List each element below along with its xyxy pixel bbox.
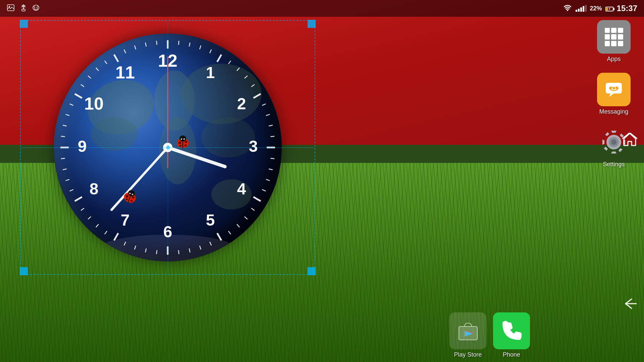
svg-text:7: 7 [121, 211, 130, 229]
svg-point-98 [184, 144, 186, 146]
svg-line-64 [61, 158, 65, 159]
wifi-icon [563, 4, 572, 13]
usb-icon [20, 4, 27, 13]
back-button[interactable] [622, 297, 637, 313]
svg-point-112 [612, 87, 615, 89]
svg-point-8 [37, 7, 38, 8]
bottom-dock: Play Store Phone [20, 308, 540, 362]
home-button[interactable] [622, 133, 637, 149]
svg-line-75 [114, 55, 118, 62]
svg-line-54 [124, 242, 126, 245]
status-time: 15:37 [617, 4, 637, 13]
svg-line-58 [88, 217, 91, 219]
svg-line-41 [251, 208, 255, 210]
svg-line-70 [75, 94, 82, 98]
minute-hand [112, 147, 168, 210]
svg-text:3: 3 [249, 137, 258, 155]
svg-line-25 [217, 55, 222, 62]
svg-line-40 [253, 197, 261, 201]
back-icon [622, 297, 637, 310]
svg-line-33 [269, 125, 273, 126]
signal-bars-icon [576, 5, 587, 12]
svg-line-52 [145, 248, 146, 252]
svg-point-97 [179, 145, 181, 147]
globe-clock: (() => { const svg = document.currentScr… [54, 34, 282, 261]
svg-line-37 [269, 169, 273, 170]
status-bar: 22% ⚡ 15:37 [0, 0, 644, 17]
svg-line-53 [135, 246, 136, 249]
hour-hand [168, 147, 225, 167]
svg-line-36 [270, 158, 274, 159]
svg-line-51 [157, 250, 157, 254]
svg-text:5: 5 [206, 211, 215, 229]
svg-line-63 [63, 169, 67, 170]
clock-widget[interactable]: (() => { const svg = document.currentScr… [20, 20, 315, 275]
svg-line-39 [262, 189, 266, 191]
svg-line-26 [228, 61, 231, 64]
svg-line-27 [237, 68, 239, 71]
svg-line-42 [245, 217, 248, 219]
svg-text:4: 4 [237, 180, 246, 198]
svg-line-43 [237, 224, 239, 227]
svg-line-24 [210, 50, 211, 53]
svg-line-79 [157, 41, 157, 45]
svg-line-9 [34, 6, 35, 7]
svg-line-73 [96, 68, 99, 71]
svg-line-68 [66, 114, 69, 116]
svg-line-32 [266, 114, 270, 116]
svg-text:2: 2 [237, 95, 246, 113]
svg-line-60 [75, 197, 82, 201]
svg-point-115 [615, 86, 618, 88]
svg-line-48 [189, 248, 190, 252]
svg-line-23 [200, 46, 201, 49]
clock-center-dot [163, 143, 172, 152]
battery-icon: ⚡ [605, 5, 613, 12]
svg-line-46 [210, 242, 211, 245]
play-store-icon [457, 320, 479, 342]
phone-item[interactable]: Phone [493, 312, 530, 358]
svg-line-28 [245, 76, 248, 78]
svg-point-99 [181, 138, 182, 140]
svg-line-69 [70, 104, 73, 106]
svg-line-31 [262, 104, 266, 106]
svg-line-62 [66, 179, 69, 181]
svg-point-96 [185, 141, 187, 143]
svg-line-78 [145, 43, 146, 47]
svg-line-72 [88, 76, 91, 78]
svg-point-95 [178, 141, 181, 144]
svg-line-10 [37, 6, 38, 7]
gallery-icon [7, 4, 15, 13]
svg-line-55 [114, 233, 118, 240]
home-icon [622, 133, 637, 146]
svg-line-45 [217, 233, 222, 240]
svg-line-66 [61, 136, 65, 137]
svg-line-38 [266, 179, 270, 181]
phone-label: Phone [503, 351, 520, 358]
nav-buttons [618, 17, 641, 362]
svg-line-67 [63, 125, 67, 126]
svg-point-118 [611, 139, 616, 145]
svg-line-49 [178, 250, 179, 254]
svg-line-57 [96, 224, 99, 227]
phone-icon [501, 321, 522, 341]
svg-point-114 [610, 86, 612, 88]
battery-percent: 22% [590, 5, 602, 12]
svg-text:6: 6 [163, 223, 172, 241]
svg-line-74 [105, 61, 107, 64]
svg-point-7 [34, 7, 35, 8]
clock-face: (() => { const svg = document.currentScr… [54, 34, 282, 261]
svg-line-77 [135, 46, 136, 49]
svg-text:8: 8 [90, 180, 99, 198]
android-icon [32, 4, 40, 13]
svg-text:1: 1 [206, 64, 215, 81]
svg-line-34 [270, 136, 274, 137]
svg-line-47 [200, 246, 201, 249]
svg-line-44 [228, 231, 231, 234]
svg-line-61 [70, 189, 73, 191]
play-store-item[interactable]: Play Store [449, 312, 486, 358]
svg-line-71 [81, 84, 84, 87]
svg-line-30 [253, 94, 261, 98]
svg-line-22 [189, 43, 190, 47]
ladybug-center [174, 134, 191, 149]
svg-text:9: 9 [78, 137, 87, 155]
